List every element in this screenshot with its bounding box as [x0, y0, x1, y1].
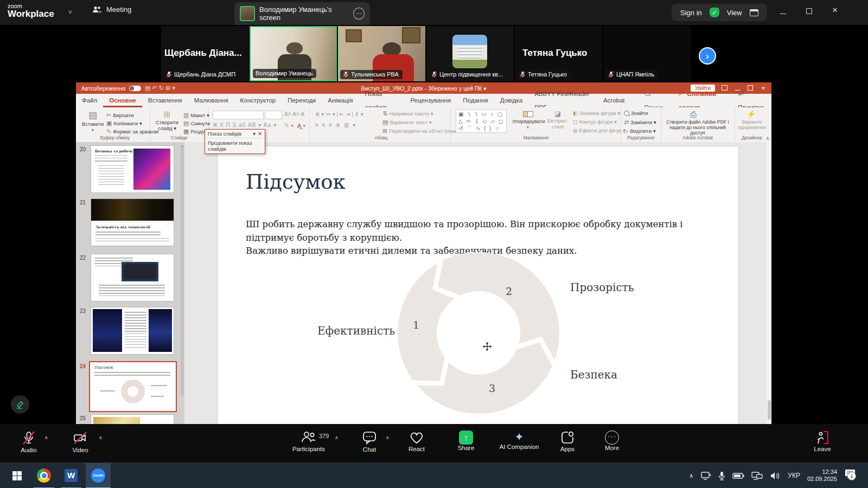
volume-tray-icon[interactable]	[770, 472, 781, 480]
participants-caret[interactable]: ∧	[335, 435, 339, 440]
ribbon-options-icon[interactable]	[720, 85, 728, 92]
font-grow-shrink[interactable]: А˄ А˅ А	[284, 111, 304, 117]
start-button[interactable]	[4, 463, 29, 488]
video-options-caret[interactable]: ∧	[99, 435, 103, 440]
slide-thumbnail-23[interactable]	[91, 307, 174, 355]
ppt-sign-in-button[interactable]: Увійти	[691, 85, 715, 92]
shape-outline-button[interactable]: ▢Контур фігури ▾	[573, 119, 617, 125]
video-tile[interactable]: ЦНАП Ямпіль	[603, 26, 691, 81]
arrange-button[interactable]: Упорядкувати▾	[512, 110, 544, 130]
cut-button[interactable]: ✂Вирізати	[106, 112, 133, 119]
create-pdf-button[interactable]: Створити файл Adobe PDF і надати до ньог…	[663, 119, 732, 136]
collapse-ribbon-icon[interactable]: ∧	[765, 136, 769, 141]
font-name-dropdown[interactable]	[213, 111, 264, 119]
share-button[interactable]: ↑ Share	[450, 431, 482, 451]
window-close-button[interactable]: ×	[827, 7, 843, 16]
language-indicator[interactable]: УКР	[788, 472, 800, 479]
canvas-scrollbar-thumb[interactable]	[768, 400, 771, 420]
font-size-dropdown[interactable]	[265, 111, 282, 119]
taskbar-chrome-button[interactable]	[31, 463, 56, 488]
sign-in-button[interactable]: Sign in	[680, 9, 702, 17]
tab-view[interactable]: Подання	[457, 94, 494, 107]
replace-button[interactable]: ⇄Замінити ▾	[624, 119, 656, 126]
find-button[interactable]: Знайти	[624, 110, 648, 116]
align-buttons[interactable]: ≡ ≡ ≡ ≣ ▥ ▾	[315, 122, 356, 128]
taskbar-zoom-button-active[interactable]: zoom	[86, 463, 111, 488]
slide-thumbnail-21[interactable]: Залежність від технологій	[91, 198, 174, 246]
slide-thumbnail-20[interactable]: Безпека та робочі місця	[91, 145, 174, 193]
tab-transitions[interactable]: Переходи	[282, 94, 322, 107]
react-button[interactable]: React	[400, 431, 433, 452]
tab-review[interactable]: Рецензування	[404, 94, 457, 107]
tab-home[interactable]: Основне	[103, 94, 142, 107]
window-minimize-button[interactable]	[775, 7, 791, 16]
network-tray-icon[interactable]	[751, 471, 763, 480]
more-button[interactable]: ··· More	[596, 431, 628, 451]
thumbnail-scrollbar[interactable]	[181, 146, 184, 396]
layout-button[interactable]: ▥Макет ▾	[183, 112, 209, 119]
reset-button[interactable]: ▤Скинути	[183, 120, 210, 127]
select-button[interactable]: ▷Виділити ▾	[624, 127, 656, 134]
design-ideas-button[interactable]: Варіанти оформлення	[736, 119, 768, 130]
apps-button[interactable]: Apps	[551, 431, 584, 452]
workspace-chevron-icon[interactable]: ˅	[68, 9, 72, 15]
screen-share-tab[interactable]: Володимир Уманець's screen ⋯	[234, 2, 370, 25]
shapes-row[interactable]: ▣ ∖ ∖ ▭ ○ ▢	[458, 111, 504, 118]
video-tile[interactable]: Тетяна Гуцько Тетяна Гуцько	[515, 26, 602, 81]
align-text-button[interactable]: ▤Вирівняти текст ▾	[382, 119, 431, 126]
annotation-tool-button[interactable]	[11, 395, 29, 414]
audio-button[interactable]: Audio	[12, 431, 45, 453]
shapes-gallery[interactable]: ▣ ∖ ∖ ▭ ○ ▢ △ ⇨ ⇩ ◇ ▱ ◻ ↺ ⌒ ∿ { } ☆	[456, 110, 507, 133]
tray-expand-icon[interactable]: ∧	[689, 472, 693, 479]
audio-options-caret[interactable]: ∧	[44, 435, 48, 440]
ai-companion-button[interactable]: ✦ AI Companion	[492, 431, 546, 450]
tab-animations[interactable]: Анімація	[322, 94, 359, 107]
shape-effects-button[interactable]: ◍Ефекти для фігур ▾	[573, 127, 626, 133]
chat-caret[interactable]: ∧	[386, 435, 390, 440]
highlight-color-button[interactable]: ✎▾ А̲▾	[284, 122, 305, 129]
security-shield-icon[interactable]: ✓	[710, 8, 719, 17]
video-tile[interactable]: Тульчинська РВА	[338, 26, 425, 81]
video-tile[interactable]: Центр підвищення кв...	[426, 26, 514, 81]
taskbar-word-button[interactable]: W	[59, 463, 84, 488]
tab-design[interactable]: Конструктор	[234, 94, 282, 107]
resume-slideshow-button[interactable]: Продовжити показ слайдів	[205, 138, 265, 153]
video-tile-active-speaker[interactable]: Володимир Уманець	[250, 26, 337, 81]
shape-fill-button[interactable]: ◧Заливка фігури ▾	[573, 110, 620, 116]
view-button[interactable]: View	[727, 9, 742, 17]
ppt-minimize-button[interactable]	[733, 85, 741, 92]
tab-more-icon[interactable]: ⋯	[353, 8, 365, 20]
view-grid-icon[interactable]	[750, 9, 758, 16]
copy-button[interactable]: ▣Копіювати ▾	[106, 120, 142, 127]
leave-button[interactable]: Leave	[806, 431, 839, 452]
ppt-close-button[interactable]: ×	[760, 84, 767, 92]
tab-help[interactable]: Довідка	[494, 94, 528, 107]
ppt-restore-button[interactable]	[746, 85, 754, 92]
tab-draw[interactable]: Малювання	[188, 94, 234, 107]
shapes-row[interactable]: ↺ ⌒ ∿ { } ☆	[458, 125, 504, 132]
current-slide[interactable]: Підсумок ШІ робить державну службу швидш…	[217, 146, 739, 424]
video-tile[interactable]: Щербань Діана... Щербань Діана ДСМП	[161, 26, 248, 81]
tab-insert[interactable]: Вставлення	[142, 94, 188, 107]
list-buttons[interactable]: ≣ ▾ ≔ ▾ | ⇤ ⇥ | ⇕ ▾	[315, 111, 363, 117]
qat-icons[interactable]: ▤ ↶ ↻ ⊞ ▾	[145, 85, 175, 92]
cycle-diagram[interactable]	[392, 246, 565, 420]
tab-file[interactable]: Файл	[76, 94, 103, 107]
video-button[interactable]: Video	[64, 431, 97, 453]
quick-styles-button[interactable]: ◪ Експрес-стилі	[544, 110, 572, 130]
autosave-toggle[interactable]	[129, 86, 141, 91]
microphone-tray-icon[interactable]	[718, 471, 725, 480]
tab-acrobat[interactable]: Acrobat	[597, 94, 631, 107]
battery-tray-icon[interactable]	[732, 472, 744, 479]
meeting-tab[interactable]: Meeting	[92, 5, 131, 14]
slide-thumbnail-25[interactable]	[91, 414, 174, 424]
canvas-scrollbar[interactable]	[767, 142, 771, 424]
screen-share-tray-icon[interactable]	[700, 471, 711, 480]
slide-thumbnail-24-selected[interactable]: Підсумок	[89, 361, 177, 412]
paste-button[interactable]: ▤ Вставити▾	[80, 110, 105, 133]
font-style-buttons[interactable]: Ж К П S аб АВ ▾ Аа ▾	[213, 122, 277, 128]
next-participants-button[interactable]: ›	[699, 47, 716, 65]
new-slide-button[interactable]: ⊞ Створити слайд ▾	[153, 110, 181, 131]
window-maximize-button[interactable]	[801, 7, 817, 16]
popup-caret-icon[interactable]: ▾	[253, 131, 256, 137]
